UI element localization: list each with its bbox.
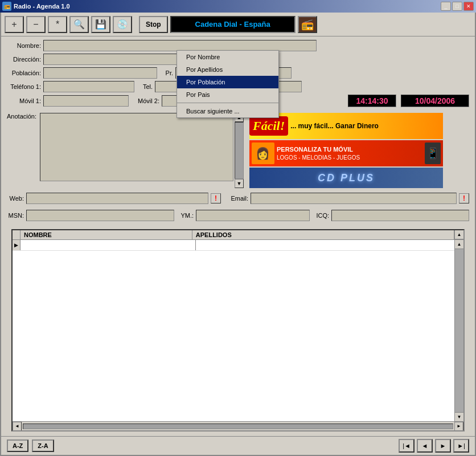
search-button[interactable]: 🔍 bbox=[69, 16, 89, 33]
web-email-row: Web: ! Email: ! bbox=[1, 190, 475, 206]
poblacion-input[interactable] bbox=[43, 67, 157, 79]
annotation-scrollbar: ▲ ▼ bbox=[235, 113, 244, 188]
web-exclaim-button[interactable]: ! bbox=[211, 193, 221, 203]
ad-banner-3[interactable]: CD PLUS bbox=[249, 168, 443, 188]
table-hscrollbar: ◄ ► bbox=[13, 421, 463, 430]
scroll-down-button[interactable]: ▼ bbox=[235, 179, 244, 188]
row-arrow: ▶ bbox=[13, 240, 20, 250]
dropdown-divider bbox=[177, 103, 278, 103]
table-vscrollbar: ▲ ▼ bbox=[454, 240, 463, 421]
msn-label: MSN: bbox=[7, 212, 24, 219]
maximize-button[interactable]: □ bbox=[452, 2, 462, 11]
table-container: NOMBRE APELLIDOS ▲ ▶ ▲ bbox=[6, 227, 470, 434]
table-body: ▶ ▲ ▼ bbox=[13, 240, 463, 421]
asterisk-button[interactable]: * bbox=[48, 16, 67, 33]
vscroll-up-button[interactable]: ▲ bbox=[455, 240, 463, 249]
cd-icon: 💿 bbox=[117, 19, 128, 30]
date-display: 10/04/2006 bbox=[401, 95, 469, 107]
movil2-label: Móvil 2: bbox=[131, 97, 159, 104]
table-cell-apellidos bbox=[196, 240, 463, 250]
hscroll-left-button[interactable]: ◄ bbox=[13, 422, 22, 431]
ym-input[interactable] bbox=[196, 210, 310, 221]
table-row[interactable]: ▶ bbox=[13, 240, 463, 251]
movil1-input[interactable] bbox=[43, 95, 129, 107]
anotacion-label: Anotación: bbox=[7, 113, 36, 188]
table-cell-nombre bbox=[20, 240, 196, 250]
dropdown-item-nombre[interactable]: Por Nombre bbox=[177, 51, 278, 63]
dropdown-item-pais[interactable]: Por Pais bbox=[177, 88, 278, 101]
icq-input[interactable] bbox=[331, 210, 469, 221]
close-button[interactable]: ✕ bbox=[463, 2, 474, 11]
table-header-apellidos: APELLIDOS bbox=[192, 230, 454, 239]
hscroll-track bbox=[23, 424, 453, 429]
ym-label: YM.: bbox=[177, 212, 194, 219]
nombre-row: Nombre: bbox=[7, 40, 469, 51]
nav-first-button[interactable]: |◄ bbox=[399, 439, 415, 453]
email-input[interactable] bbox=[251, 193, 457, 204]
time-display: 14:14:30 bbox=[348, 95, 396, 107]
minimize-button[interactable]: _ bbox=[441, 2, 451, 11]
ad-banner-2[interactable]: 👩 PERSONALIZA TU MÓVIL LOGOS - MELODIAS … bbox=[249, 140, 443, 166]
email-label: Email: bbox=[223, 195, 248, 202]
nav-play-button[interactable]: ► bbox=[435, 439, 451, 453]
cd-button[interactable]: 💿 bbox=[113, 16, 132, 33]
station-display: Cadena Dial - España bbox=[170, 16, 296, 33]
table-header: NOMBRE APELLIDOS ▲ bbox=[13, 230, 463, 240]
email-exclaim-button[interactable]: ! bbox=[459, 193, 469, 203]
dropdown-menu: Por Nombre Por Apellidos Por Población P… bbox=[177, 50, 279, 118]
poblacion-label: Población: bbox=[7, 70, 41, 76]
dropdown-item-buscar[interactable]: Buscar siguiente ... bbox=[177, 105, 278, 117]
window-controls: _ □ ✕ bbox=[441, 2, 474, 11]
dropdown-item-apellidos[interactable]: Por Apellidos bbox=[177, 63, 278, 76]
scroll-track bbox=[235, 122, 244, 179]
radio-icon: 📻 bbox=[298, 16, 317, 33]
tel2-label: Tel. bbox=[137, 83, 153, 90]
telefono1-input[interactable] bbox=[43, 81, 134, 92]
prov-label: Pr. bbox=[159, 70, 173, 76]
web-input[interactable] bbox=[26, 193, 208, 204]
remove-button[interactable]: − bbox=[26, 16, 46, 33]
nombre-input[interactable] bbox=[43, 40, 317, 51]
search-icon: 🔍 bbox=[73, 19, 85, 30]
hscroll-right-button[interactable]: ► bbox=[454, 422, 463, 431]
nav-last-button[interactable]: ►| bbox=[453, 439, 469, 453]
ad-banner-3-text: CD PLUS bbox=[318, 172, 375, 184]
save-icon: 💾 bbox=[95, 19, 106, 30]
za-sort-button[interactable]: Z-A bbox=[32, 439, 54, 452]
az-sort-button[interactable]: A-Z bbox=[7, 439, 28, 452]
web-label: Web: bbox=[7, 195, 24, 202]
vscroll-track bbox=[455, 249, 463, 412]
table-header-nombre: NOMBRE bbox=[20, 230, 192, 239]
nav-area: |◄ ◄ ► ►| bbox=[399, 439, 469, 453]
msn-input[interactable] bbox=[26, 210, 174, 221]
toolbar: + − * 🔍 💾 💿 Stop Cadena Dial - España 📻 bbox=[1, 13, 475, 36]
bottom-bar: A-Z Z-A |◄ ◄ ► ►| bbox=[1, 436, 475, 455]
anotacion-input[interactable] bbox=[40, 113, 233, 181]
title-bar: 📻 Radio - Agenda 1.0 _ □ ✕ bbox=[0, 0, 476, 13]
ads-area: Fácil! ... muy fácil... Ganar Dinero 👩 P… bbox=[249, 113, 443, 188]
annotation-area: Anotación: ▲ ▼ Fácil! ... muy fácil... G… bbox=[1, 113, 475, 190]
movil1-label: Móvil 1: bbox=[7, 97, 41, 104]
save-button[interactable]: 💾 bbox=[91, 16, 110, 33]
icq-label: ICQ: bbox=[312, 212, 329, 219]
direccion-label: Dirección: bbox=[7, 56, 41, 63]
nav-prev-button[interactable]: ◄ bbox=[417, 439, 433, 453]
nombre-label: Nombre: bbox=[7, 42, 41, 49]
ad-banner-1-text: ... muy fácil... Ganar Dinero bbox=[290, 122, 379, 130]
add-button[interactable]: + bbox=[5, 16, 24, 33]
stop-button[interactable]: Stop bbox=[139, 16, 168, 33]
data-table: NOMBRE APELLIDOS ▲ ▶ ▲ bbox=[11, 229, 465, 431]
app-icon: 📻 bbox=[2, 2, 11, 11]
msn-ym-icq-row: MSN: YM.: ICQ: bbox=[1, 209, 475, 225]
title-bar-text: Radio - Agenda 1.0 bbox=[14, 3, 70, 10]
telefono1-label: Teléfono 1: bbox=[7, 83, 41, 90]
dropdown-item-poblacion[interactable]: Por Población bbox=[177, 76, 278, 88]
vscroll-down-button[interactable]: ▼ bbox=[455, 412, 463, 421]
